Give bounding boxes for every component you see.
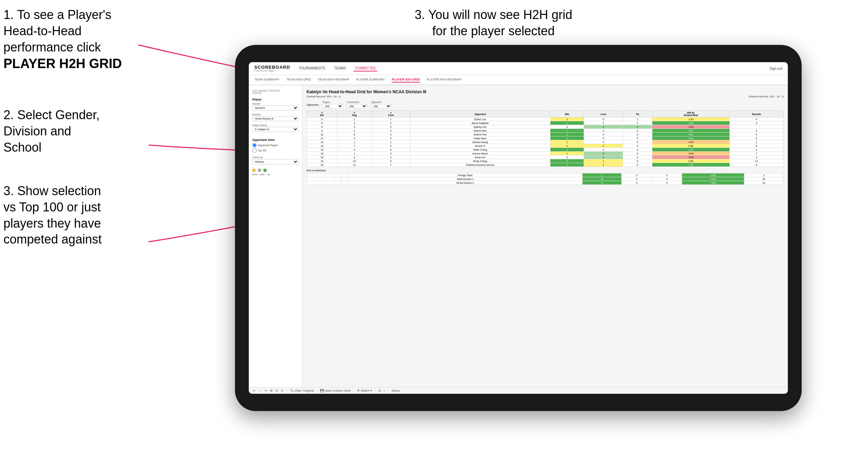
subnav-player-h2h-heatmap[interactable]: PLAYER H2H HEATMAP [427,77,462,83]
conference-select[interactable]: (All) [347,104,367,108]
cell-div: 18 [307,155,338,159]
cell-tie: 0 [623,155,652,159]
table-row: 10 6 3 Andrea York 2 0 0 4.00 4 [307,133,784,136]
nav-tournaments[interactable]: TOURNAMENTS [297,66,327,72]
cell-conf: 6 [371,159,410,163]
cell-conf: 3 [371,152,410,155]
cell-rounds: 2 [729,155,783,159]
cell-diff: 3.33 [652,136,729,140]
main-content: Last Updated: 27/03/202416:55:38 Player … [249,85,788,387]
cell-label: Foreign Team [348,173,583,177]
toolbar-share[interactable]: Share [391,389,400,392]
division-select[interactable]: NCAA Division III [252,116,299,121]
dot-level [258,169,261,172]
dot-up [263,169,267,172]
cell-opponent: Jessica Huang [410,140,550,144]
cell-div: 19 [307,159,338,163]
cell-label: NAIA Division 1 [348,177,583,181]
radio-top100[interactable]: Top 100 [252,148,299,153]
col-opponent: Opponent [410,111,550,117]
toolbar-grid2[interactable]: ⊡ [378,389,381,392]
cell-div: 20 [307,163,338,167]
sign-out-link[interactable]: Sign out [770,67,782,70]
nav-items: TOURNAMENTS TEAMS COMMITTEE [297,66,377,72]
legend-up: Up [267,173,270,175]
col-div: #Div [307,111,338,117]
opponent-select[interactable]: (All) [371,104,391,108]
gender-select[interactable]: Women's [252,105,299,111]
colour-by-label: Colour by [252,156,299,159]
col-diff: Diff AvStrokes/Rnd [652,111,729,117]
toolbar-sort[interactable]: ↕ [384,389,386,392]
subnav-player-summary[interactable]: PLAYER SUMMARY [356,77,385,83]
dot-down [252,169,256,172]
overall-record: Overall Record: 353 - 34 - 6 [306,95,341,98]
cell-win: 1 [550,148,584,152]
cell-tie: 0 [623,133,652,136]
table-row: 15 8 5 Stella Cheng 1 0 0 1.25 4 [307,148,784,152]
toolbar-undo[interactable]: ↩ [253,389,256,392]
cell-win: 0 [550,155,584,159]
cell-loss: 2 [584,152,623,155]
toolbar-save-custom[interactable]: 💾 Save Custom View [320,389,351,392]
cell-opponent: Eunice Yi [410,144,550,148]
opponent-view-title: Opponent view [252,138,299,142]
logo-sub: Powered by clippd [254,69,290,72]
cell-win: 1 [550,121,584,125]
nav-teams[interactable]: TEAMS [333,66,347,72]
cell-conf [341,181,348,185]
toolbar-target[interactable]: ⊙ [281,389,284,392]
player-rank-select[interactable]: 8. Katelyn Vo [252,127,299,132]
cell-loss: 2 [584,144,623,148]
cell-diff: -1.00 [652,125,729,129]
colour-by-select[interactable]: Win/loss [252,159,299,164]
cell-div [307,173,334,177]
subnav-team-summary[interactable]: TEAM SUMMARY [254,77,280,83]
cell-rounds: 4 [729,133,783,136]
cell-diff: 0.30 [652,159,729,163]
cell-diff: 4.00 [652,133,729,136]
cell-reg: 1 [337,117,371,121]
cell-opponent: Stella Cheng [410,148,550,152]
toolbar-redo[interactable]: ↪ [264,389,267,392]
cell-div: 10 [307,133,338,136]
cell-loss: 0 [622,181,652,185]
cell-rounds: 3 [729,129,783,133]
cell-reg: 1 [337,140,371,144]
radio-opponents-played[interactable]: Opponents Played [252,143,299,147]
cell-tie: 0 [623,140,652,144]
table-row: 3 1 1 Esther Lee 1 0 1 1.50 4 [307,117,784,121]
col-conf: #Conf [371,111,410,117]
nav-committee[interactable]: COMMITTEE [353,66,377,72]
cell-conf: 5 [371,136,410,140]
region-select[interactable]: (All) [322,104,343,108]
out-of-division-title: Out of division [306,169,784,172]
toolbar-watch[interactable]: 👁 Watch ▾ [357,389,372,392]
cell-loss: 0 [584,140,623,144]
cell-win: 0 [550,125,584,129]
table-row: 11 2 5 Heejo Hyun 1 0 0 3.33 3 [307,136,784,140]
subnav-team-h2h-heatmap[interactable]: TEAM H2H HEATMAP [318,77,349,83]
cell-diff: -3.00 [652,140,729,144]
toolbar-view-original[interactable]: 🔍 View: Original [290,389,314,392]
player-rank-label: Player (Rank) [252,124,299,126]
cell-diff: 9.267 [682,177,744,181]
subnav-player-h2h-grid[interactable]: PLAYER H2H GRID [392,77,420,83]
h2h-grid-table: #Div #Reg #Conf Opponent Win Loss Tie Di… [306,111,784,167]
toolbar-back[interactable]: ← [258,389,262,392]
cell-opponent: Jessica Mason [410,152,550,155]
tablet-screen: SCOREBOARD Powered by clippd TOURNAMENTS… [249,62,788,394]
logo-area: SCOREBOARD Powered by clippd [254,65,290,72]
cell-tie: 0 [652,181,682,185]
annotation-step2: 2. Select Gender,Division andSchool [3,107,100,155]
table-row: 6 3 3 Sydney Kuo 0 1 1 -1.00 [307,125,784,129]
cell-reg: 1 [337,129,371,133]
toolbar-refresh[interactable]: ↺ [275,389,278,392]
cell-win: 1 [550,136,584,140]
out-of-division-table: Foreign Team 1 0 0 4.500 2 NAIA Division… [306,173,784,185]
colour-section: Colour by Win/loss Down Level Up [252,156,299,175]
col-win: Win [550,111,584,117]
toolbar-grid[interactable]: ⊞ [270,389,273,392]
cell-tie: 0 [652,177,682,181]
subnav-team-h2h-grid[interactable]: TEAM H2H GRID [286,77,311,83]
